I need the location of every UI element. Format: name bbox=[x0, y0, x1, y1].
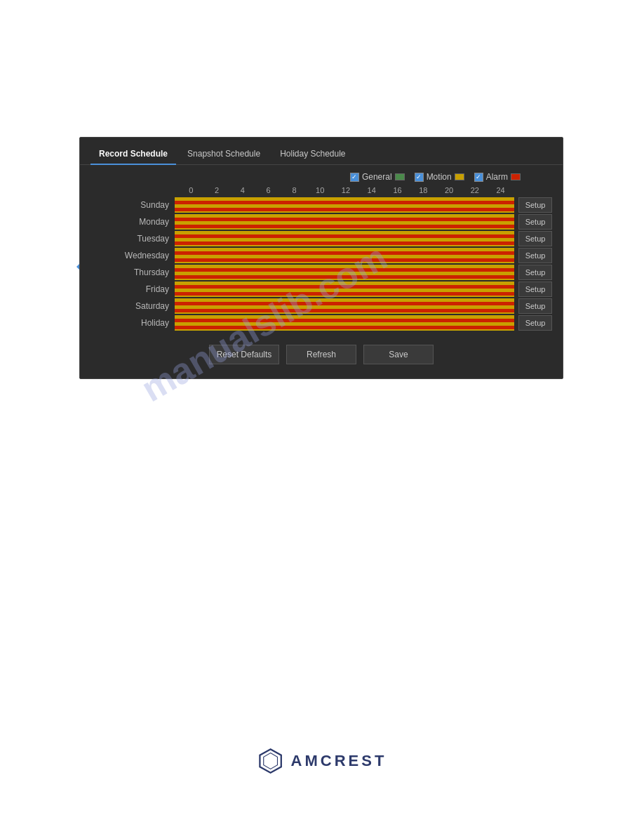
tab-holiday-schedule[interactable]: Holiday Schedule bbox=[271, 145, 354, 164]
save-button[interactable]: Save bbox=[363, 345, 434, 364]
schedule-row-thursday: ThursdaySetup bbox=[90, 265, 552, 280]
schedule-row-holiday: HolidaySetup bbox=[90, 315, 552, 331]
legend-alarm: ✓ Alarm bbox=[474, 172, 521, 182]
legend: ✓ General ✓ Motion ✓ Alarm bbox=[80, 165, 563, 186]
bar-stripe-monday bbox=[175, 214, 514, 230]
legend-general: ✓ General bbox=[350, 172, 405, 182]
time-24: 24 bbox=[488, 186, 514, 194]
time-header: 0 2 4 6 8 10 12 14 16 18 20 22 24 bbox=[178, 186, 514, 194]
day-label-thursday: Thursday bbox=[90, 267, 175, 277]
schedule-row-friday: FridaySetup bbox=[90, 282, 552, 297]
setup-button-holiday[interactable]: Setup bbox=[518, 315, 552, 331]
time-18: 18 bbox=[410, 186, 436, 194]
time-4: 4 bbox=[230, 186, 256, 194]
legend-alarm-label: Alarm bbox=[486, 172, 508, 182]
bar-stripe-sunday bbox=[175, 197, 514, 213]
amcrest-brand-name: AMCREST bbox=[291, 752, 387, 770]
reset-defaults-button[interactable]: Reset Defaults bbox=[209, 345, 279, 364]
day-label-holiday: Holiday bbox=[90, 318, 175, 328]
refresh-button[interactable]: Refresh bbox=[286, 345, 356, 364]
bar-stripe-thursday bbox=[175, 265, 514, 280]
svg-marker-1 bbox=[264, 753, 278, 769]
setup-button-friday[interactable]: Setup bbox=[518, 282, 552, 297]
bar-container-wednesday[interactable] bbox=[175, 248, 514, 263]
time-2: 2 bbox=[204, 186, 230, 194]
day-label-friday: Friday bbox=[90, 284, 175, 294]
bar-stripe-friday bbox=[175, 282, 514, 297]
legend-general-label: General bbox=[362, 172, 392, 182]
motion-color bbox=[455, 173, 464, 180]
tab-bar: Record Schedule Snapshot Schedule Holida… bbox=[80, 138, 563, 165]
setup-button-saturday[interactable]: Setup bbox=[518, 298, 552, 314]
time-8: 8 bbox=[281, 186, 307, 194]
bottom-buttons: Reset Defaults Refresh Save bbox=[80, 332, 563, 364]
time-6: 6 bbox=[255, 186, 281, 194]
setup-button-thursday[interactable]: Setup bbox=[518, 265, 552, 280]
legend-motion-label: Motion bbox=[427, 172, 452, 182]
tab-record-schedule[interactable]: Record Schedule bbox=[90, 145, 176, 164]
bar-container-friday[interactable] bbox=[175, 282, 514, 297]
amcrest-hex-icon bbox=[257, 748, 284, 774]
schedule-rows: SundaySetupMondaySetupTuesdaySetupWednes… bbox=[90, 197, 552, 331]
bar-stripe-holiday bbox=[175, 315, 514, 331]
alarm-color bbox=[511, 173, 521, 180]
bar-container-monday[interactable] bbox=[175, 214, 514, 230]
bar-stripe-saturday bbox=[175, 298, 514, 314]
bar-container-saturday[interactable] bbox=[175, 298, 514, 314]
setup-button-monday[interactable]: Setup bbox=[518, 214, 552, 230]
time-12: 12 bbox=[333, 186, 359, 194]
main-panel: Record Schedule Snapshot Schedule Holida… bbox=[79, 137, 563, 379]
schedule-row-wednesday: WednesdaySetup bbox=[90, 248, 552, 263]
schedule-row-sunday: SundaySetup bbox=[90, 197, 552, 213]
day-label-saturday: Saturday bbox=[90, 301, 175, 311]
bar-container-holiday[interactable] bbox=[175, 315, 514, 331]
time-14: 14 bbox=[358, 186, 384, 194]
time-16: 16 bbox=[384, 186, 410, 194]
day-label-sunday: Sunday bbox=[90, 200, 175, 210]
amcrest-logo: AMCREST bbox=[257, 748, 387, 774]
time-22: 22 bbox=[462, 186, 488, 194]
bar-container-sunday[interactable] bbox=[175, 197, 514, 213]
setup-button-sunday[interactable]: Setup bbox=[518, 197, 552, 213]
time-0: 0 bbox=[178, 186, 204, 194]
setup-button-tuesday[interactable]: Setup bbox=[518, 231, 552, 246]
time-20: 20 bbox=[436, 186, 462, 194]
schedule-row-saturday: SaturdaySetup bbox=[90, 298, 552, 314]
schedule-row-monday: MondaySetup bbox=[90, 214, 552, 230]
bar-container-tuesday[interactable] bbox=[175, 231, 514, 246]
schedule-area: 0 2 4 6 8 10 12 14 16 18 20 22 24 Sunday… bbox=[80, 186, 563, 331]
motion-checkbox[interactable]: ✓ bbox=[415, 173, 424, 182]
day-label-monday: Monday bbox=[90, 217, 175, 227]
bar-container-thursday[interactable] bbox=[175, 265, 514, 280]
bar-stripe-wednesday bbox=[175, 248, 514, 263]
general-checkbox[interactable]: ✓ bbox=[350, 173, 359, 182]
schedule-row-tuesday: TuesdaySetup bbox=[90, 231, 552, 246]
day-label-wednesday: Wednesday bbox=[90, 251, 175, 260]
alarm-checkbox[interactable]: ✓ bbox=[474, 173, 483, 182]
legend-motion: ✓ Motion bbox=[415, 172, 464, 182]
general-color bbox=[395, 173, 405, 180]
bar-stripe-tuesday bbox=[175, 231, 514, 246]
tab-snapshot-schedule[interactable]: Snapshot Schedule bbox=[179, 145, 269, 164]
day-label-tuesday: Tuesday bbox=[90, 234, 175, 244]
setup-button-wednesday[interactable]: Setup bbox=[518, 248, 552, 263]
time-10: 10 bbox=[307, 186, 333, 194]
